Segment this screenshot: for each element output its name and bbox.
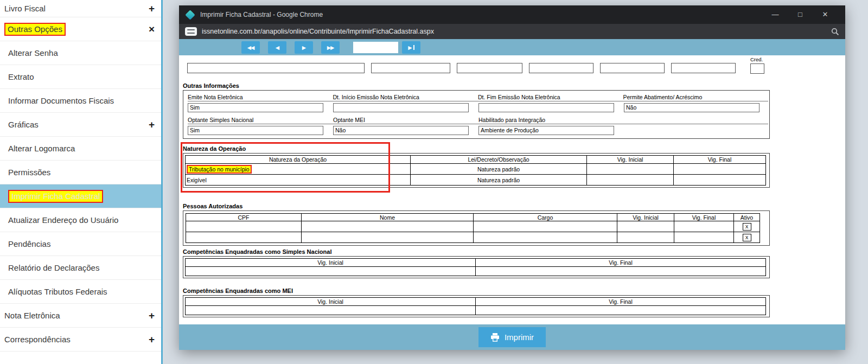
report-toolbar: ◀◀ ◀ ▶ ▶▶ ▶ [179,39,845,55]
value-row: Sim Não [188,101,769,116]
sidebar-item-label: Relatório de Declarações [8,263,99,272]
close-button[interactable]: ✕ [813,5,838,24]
next-page-button[interactable]: ▶ [295,41,313,54]
rewind-icon: ◀◀ [247,44,254,50]
ativo-checkbox: X [743,223,751,231]
last-page-button[interactable]: ▶ [402,41,420,54]
field-box [529,63,593,73]
next-icon: ▶ [302,44,305,50]
plus-icon[interactable]: + [149,3,155,14]
vig-final-cell [674,232,734,243]
sidebar-item-label: Atualizar Endereço do Usuário [8,215,118,225]
sidebar-item-relatorio-de-declaracoes[interactable]: Relatório de Declarações [0,256,161,280]
vig-final-cell [674,164,766,175]
url-text[interactable]: issnetonline.com.br/anapolis/online/Cont… [202,28,434,35]
field-box [671,63,736,73]
chrome-window: Imprimir Ficha Cadastral - Google Chrome… [179,5,845,350]
sidebar-item-pendencias[interactable]: Pendências [0,232,161,256]
nome-cell [302,232,474,243]
sidebar-item-informar-documentos-fiscais[interactable]: Informar Documentos Fiscais [0,89,161,113]
sidebar-item-label: Outras Opções [4,23,66,36]
sidebar-item-label: Alterar Logomarca [8,144,75,153]
value-row: Sim Não Ambiente de Produção [188,124,769,136]
vig-inicial-cell [186,306,476,315]
previous-page-button[interactable]: ◀ [268,41,286,54]
page-number-input[interactable] [353,42,398,53]
sidebar: Livro Fiscal + Outras Opções × Alterar S… [0,0,163,364]
lei-cell: Natureza padrão [411,175,587,186]
sidebar-item-atualizar-endereco-do-usuario[interactable]: Atualizar Endereço do Usuário [0,208,161,232]
field-box [750,63,764,74]
zoom-icon[interactable] [831,28,839,36]
print-button-label: Imprimir [505,333,534,342]
section-title-competencias-mei: Competências Enquadradas como MEI [183,288,293,294]
table-header-row: Vig. Inicial Vig. Final [186,259,766,267]
sidebar-item-label: Nota Eletrônica [4,311,60,320]
plus-icon[interactable]: + [149,310,155,321]
vig-final-cell [674,221,734,232]
vig-inicial-cell [617,221,674,232]
column-header: Cargo [474,214,617,221]
first-page-button[interactable]: ◀◀ [241,41,260,54]
field-label: Dt. Início Emissão Nota Eletrônica [333,94,478,100]
site-info-icon[interactable] [185,27,197,36]
table-header-row: CPF Nome Cargo Vig. Inicial Vig. Final A… [186,214,760,221]
sidebar-item-outras-opcoes[interactable]: Outras Opções × [0,17,161,41]
column-header: Vig. Inicial [186,259,476,267]
column-header: Ativo [734,214,760,221]
sidebar-item-extrato[interactable]: Extrato [0,65,161,89]
plus-icon[interactable]: + [149,334,155,344]
sidebar-item-imprimir-ficha-cadastral[interactable]: Imprimir Ficha Cadastral [0,184,161,208]
sidebar-item-livro-fiscal[interactable]: Livro Fiscal + [0,0,161,17]
sidebar-item-label: Alterar Senha [8,48,58,58]
plus-icon[interactable]: + [149,119,155,130]
print-button[interactable]: Imprimir [478,327,546,347]
window-titlebar: Imprimir Ficha Cadastral - Google Chrome… [179,5,845,24]
section-competencias-mei: Vig. Inicial Vig. Final [183,295,770,317]
last-page-bar-icon [413,45,414,50]
table-header-row: Natureza da Operação Lei/Decreto/Observa… [186,156,766,164]
column-header: Nome [302,214,474,221]
field-value: Não [624,103,760,112]
natureza-cell: Exigível [186,175,411,186]
vig-inicial-cell [617,232,674,243]
sidebar-item-label: Extrato [8,72,34,81]
natureza-table: Natureza da Operação Lei/Decreto/Observa… [185,155,766,186]
column-header: Natureza da Operação [186,156,411,164]
column-header: Vig. Inicial [617,214,674,221]
column-header: Vig. Final [476,259,766,267]
table-row: X [186,221,760,232]
print-bar: Imprimir [179,324,845,350]
table-row: Exigível Natureza padrão [186,175,766,186]
minimize-button[interactable]: — [763,5,788,24]
field-label: Optante MEI [333,117,478,123]
close-icon[interactable]: × [149,24,155,34]
sidebar-item-correspondencias[interactable]: Correspondências + [0,328,161,352]
sidebar-item-alterar-logomarca[interactable]: Alterar Logomarca [0,137,161,161]
sidebar-item-alterar-senha[interactable]: Alterar Senha [0,41,161,65]
cred-field: Cred. [750,56,772,74]
vig-inicial-cell [587,164,674,175]
column-header: CPF [186,214,302,221]
section-outras-informacoes: Emite Nota Eletrônica Dt. Início Emissão… [183,90,770,139]
section-title-natureza-da-operacao: Natureza da Operação [183,145,246,152]
cargo-cell [474,232,617,243]
section-title-outras-informacoes: Outras Informações [183,82,239,89]
field-value [333,103,469,112]
sidebar-item-graficas[interactable]: Gráficas + [0,113,161,137]
table-row [186,267,766,276]
address-bar: issnetonline.com.br/anapolis/online/Cont… [179,24,845,39]
sidebar-item-aliquotas-tributos-federais[interactable]: Alíquotas Tributos Federais [0,280,161,304]
field-value [478,103,614,112]
maximize-button[interactable]: □ [788,5,813,24]
column-header: Vig. Final [674,156,766,164]
top-field-row [187,63,742,73]
report-document: Cred. Outras Informações Emite Nota Elet… [179,55,845,324]
section-competencias-simples: Vig. Inicial Vig. Final [183,256,770,278]
sidebar-item-nota-eletronica[interactable]: Nota Eletrônica + [0,304,161,328]
sidebar-item-permissoes[interactable]: Permissões [0,161,161,184]
fast-forward-button[interactable]: ▶▶ [321,41,340,54]
sidebar-item-label: Informar Documentos Fiscais [8,96,114,105]
vig-inicial-cell [186,267,476,276]
sidebar-item-label: Livro Fiscal [4,4,46,13]
